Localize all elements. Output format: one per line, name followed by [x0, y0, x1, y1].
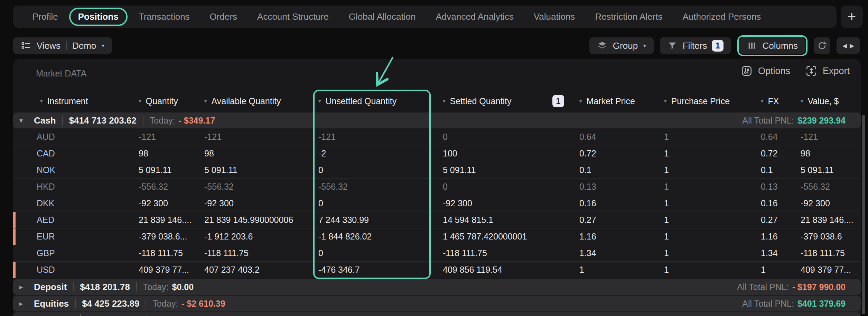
- tab-profile[interactable]: Profile: [24, 8, 67, 26]
- views-list-icon: [21, 40, 31, 51]
- cell-available: -1 912 203.6: [195, 228, 309, 245]
- vertical-scrollbar[interactable]: [862, 115, 865, 314]
- tab-positions[interactable]: Positions: [69, 8, 128, 26]
- tab-transactions[interactable]: Transactions: [130, 8, 199, 26]
- position-row-usd[interactable]: USD409 379 77...407 237 403.2-476 346.74…: [13, 262, 861, 278]
- column-header-instrument[interactable]: ▾Instrument: [31, 91, 130, 111]
- add-tab-button[interactable]: +: [841, 6, 863, 28]
- tab-global-allocation[interactable]: Global Allocation: [340, 8, 425, 26]
- all-total-pnl-value: $401 379.69: [797, 299, 846, 309]
- views-value: Demo: [72, 40, 96, 51]
- divider: [66, 41, 67, 50]
- position-row-aud[interactable]: AUD-121-121-12100.6410.64-121: [13, 129, 861, 145]
- cell-unsettled: -556.32: [309, 179, 434, 195]
- tab-valuations[interactable]: Valuations: [525, 8, 584, 26]
- cell-unsettled: -476 346.7: [309, 262, 434, 278]
- expander-icon[interactable]: ▸: [13, 283, 34, 291]
- chevron-down-icon: ▾: [643, 43, 646, 49]
- sort-caret-icon: ▾: [664, 98, 667, 104]
- cell-instrument: GBP: [31, 245, 130, 261]
- position-row-eur[interactable]: EUR-379 038.6...-1 912 203.6-1 844 826.0…: [13, 228, 861, 245]
- columns-button[interactable]: Columns: [739, 37, 805, 54]
- position-row-cad[interactable]: CAD9898-21000.7210.7298: [13, 145, 861, 162]
- column-header-value[interactable]: ▾Value, $: [792, 91, 861, 111]
- group-row-equities[interactable]: ▸ Equities $4 425 223.89 Today: - $2 610…: [13, 296, 861, 312]
- cell-quantity: -118 111.75: [130, 245, 195, 261]
- next-icon[interactable]: ▶: [850, 42, 854, 49]
- expander-icon[interactable]: ▸: [13, 299, 34, 308]
- tab-orders[interactable]: Orders: [201, 8, 246, 26]
- position-row-nok[interactable]: NOK5 091.115 091.1105 091.110.110.15 091…: [13, 162, 861, 179]
- cell-unsettled: 0: [309, 245, 434, 261]
- cell-fx: 0.64: [752, 129, 792, 145]
- columns-icon: [747, 41, 757, 51]
- cell-value: -556.32: [792, 179, 861, 195]
- cell-unsettled: -1 844 826.02: [309, 228, 434, 245]
- column-header-settled[interactable]: ▾Settled Quantity1: [434, 91, 570, 111]
- cell-market_price: 0.13: [570, 179, 655, 195]
- row-gutter: [13, 129, 31, 145]
- cell-quantity: -556.32: [130, 179, 195, 195]
- views-label: Views: [37, 40, 60, 51]
- position-row-aed[interactable]: AED21 839 146....21 839 145.9900000067 2…: [13, 212, 861, 228]
- cell-value: 98: [792, 145, 861, 162]
- cell-instrument: AUD: [31, 129, 130, 145]
- column-header-unsettled[interactable]: ▾Unsettled Quantity: [309, 91, 434, 111]
- pager-buttons[interactable]: ◀ ▶: [837, 37, 860, 54]
- expander-icon[interactable]: ▾: [13, 116, 34, 125]
- filters-count-badge: 1: [712, 40, 724, 52]
- column-filter-badge: 1: [552, 95, 564, 107]
- cell-quantity: -92 300: [130, 195, 195, 211]
- cell-available: -118 111.75: [195, 245, 309, 261]
- cell-fx: 0.27: [752, 212, 792, 228]
- position-row-hkd[interactable]: HKD-556.32-556.32-556.3200.1310.13-556.3…: [13, 179, 861, 195]
- refresh-button[interactable]: [814, 37, 830, 54]
- divider: [73, 282, 74, 291]
- column-label: Purchase Price: [671, 96, 730, 106]
- column-header-quantity[interactable]: ▾Quantity: [130, 91, 195, 111]
- refresh-icon: [817, 40, 827, 51]
- group-row-cash[interactable]: ▾ Cash $414 713 203.62 Today: - $349.17 …: [13, 112, 861, 128]
- sort-caret-icon: ▾: [139, 98, 141, 104]
- cell-settled: 1 465 787.420000001: [434, 228, 570, 245]
- column-header-fx[interactable]: ▾FX: [752, 91, 792, 111]
- cell-settled: -92 300: [434, 195, 570, 211]
- cell-unsettled: 0: [309, 162, 434, 178]
- position-row-dkk[interactable]: DKK-92 300-92 3000-92 3000.1610.16-92 30…: [13, 195, 861, 212]
- cell-settled: -118 111.75: [434, 245, 570, 261]
- cell-value: 409 379 77...: [792, 262, 861, 278]
- export-button[interactable]: Export: [805, 65, 850, 77]
- tab-authorized-persons[interactable]: Authorized Persons: [673, 8, 770, 26]
- sort-caret-icon: ▾: [801, 98, 803, 104]
- cell-market_price: 1.16: [570, 228, 655, 245]
- cell-available: 407 237 403.2: [195, 262, 309, 278]
- column-header-available[interactable]: ▾Available Quantity: [195, 91, 309, 111]
- filters-button[interactable]: Filters 1: [660, 37, 731, 54]
- group-row-deposit[interactable]: ▸ Deposit $418 201.78 Today: $0.00 All T…: [13, 279, 861, 295]
- chevron-down-icon: ▾: [102, 43, 104, 49]
- toolbar: Views Demo ▾ Group ▾ Filters 1: [0, 37, 868, 54]
- divider: [75, 299, 76, 308]
- column-header-market_price[interactable]: ▾Market Price: [570, 91, 655, 111]
- options-label: Options: [758, 66, 790, 76]
- cell-value: -121: [792, 129, 861, 145]
- panel-title: Market DATA: [36, 69, 86, 79]
- tab-restriction-alerts[interactable]: Restriction Alerts: [586, 8, 671, 26]
- column-label: Quantity: [146, 96, 178, 106]
- cell-purchase_price: 1: [655, 262, 752, 278]
- cell-available: -92 300: [195, 195, 309, 211]
- sort-caret-icon: ▾: [40, 98, 43, 104]
- options-button[interactable]: Options: [741, 65, 790, 77]
- tab-account-structure[interactable]: Account Structure: [248, 8, 338, 26]
- export-icon: [805, 65, 817, 77]
- cell-instrument: CAD: [31, 145, 130, 162]
- position-row-gbp[interactable]: GBP-118 111.75-118 111.750-118 111.751.3…: [13, 245, 861, 262]
- cell-value: -92 300: [792, 195, 861, 211]
- divider: [146, 299, 146, 308]
- group-button[interactable]: Group ▾: [589, 37, 654, 54]
- table-body: AUD-121-121-12100.6410.64-121CAD9898-210…: [13, 129, 861, 278]
- column-header-purchase_price[interactable]: ▾Purchase Price: [655, 91, 752, 111]
- prev-icon[interactable]: ◀: [842, 42, 847, 49]
- views-button[interactable]: Views Demo ▾: [13, 37, 112, 54]
- tab-advanced-analytics[interactable]: Advanced Analytics: [427, 8, 522, 26]
